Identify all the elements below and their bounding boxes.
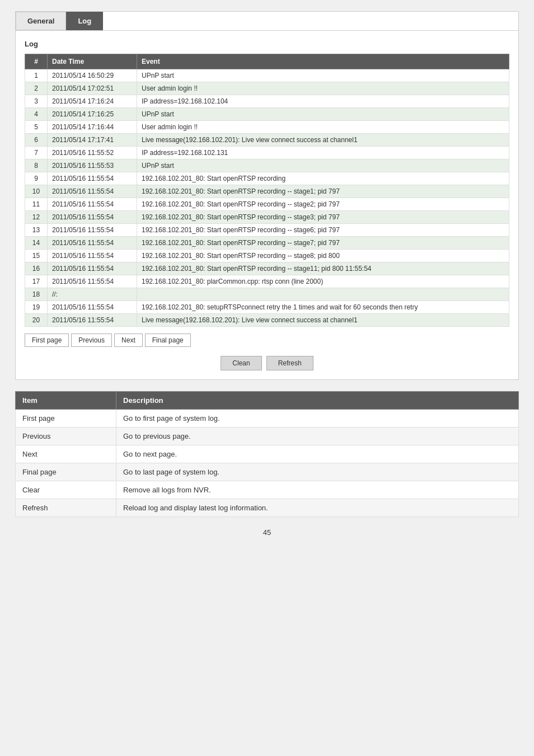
row-id: 1 [25,69,48,82]
first-page-button[interactable]: First page [25,334,69,347]
row-event: 192.168.102.201_80: Start openRTSP recor… [137,250,509,262]
refresh-button[interactable]: Refresh [266,356,313,370]
table-row: 18//: [25,288,509,301]
table-row: 152011/05/16 11:55:54192.168.102.201_80:… [25,250,509,262]
desc-col-item: Item [16,392,116,410]
row-id: 19 [25,301,48,314]
desc-row: NextGo to next page. [16,445,519,463]
row-datetime: //: [48,288,137,301]
table-row: 82011/05/16 11:55:53UPnP start [25,159,509,172]
row-event [137,288,509,301]
row-datetime: 2011/05/14 16:50:29 [48,69,137,82]
row-datetime: 2011/05/16 11:55:53 [48,159,137,172]
desc-item: First page [16,410,116,428]
row-datetime: 2011/05/16 11:55:54 [48,262,137,275]
row-datetime: 2011/05/16 11:55:54 [48,211,137,224]
log-table: # Date Time Event 12011/05/14 16:50:29UP… [25,54,509,327]
desc-description: Go to next page. [116,445,519,463]
row-datetime: 2011/05/16 11:55:54 [48,301,137,314]
row-datetime: 2011/05/16 11:55:54 [48,250,137,262]
row-id: 14 [25,237,48,250]
desc-row: PreviousGo to previous page. [16,428,519,445]
row-event: UPnP start [137,108,509,121]
col-header-hash: # [25,54,48,69]
row-id: 10 [25,185,48,198]
desc-col-description: Description [116,392,519,410]
row-event: UPnP start [137,159,509,172]
table-row: 52011/05/14 17:16:44User admin login !! [25,121,509,134]
desc-row: RefreshReload log and display latest log… [16,499,519,517]
row-datetime: 2011/05/16 11:55:54 [48,172,137,185]
row-datetime: 2011/05/14 17:02:51 [48,82,137,95]
row-datetime: 2011/05/14 17:16:24 [48,95,137,108]
table-row: 162011/05/16 11:55:54192.168.102.201_80:… [25,262,509,275]
row-event: User admin login !! [137,82,509,95]
desc-row: Final pageGo to last page of system log. [16,463,519,481]
main-panel: General Log Log # Date Time Event 12011/… [15,11,519,380]
pagination-bar: First page Previous Next Final page [25,334,509,347]
row-datetime: 2011/05/16 11:55:54 [48,314,137,327]
clean-button[interactable]: Clean [221,356,261,370]
desc-description: Reload log and display latest log inform… [116,499,519,517]
desc-description: Go to first page of system log. [116,410,519,428]
row-datetime: 2011/05/16 11:55:54 [48,224,137,237]
col-header-event: Event [137,54,509,69]
tab-bar: General Log [16,12,518,31]
row-event: 192.168.102.201_80: Start openRTSP recor… [137,198,509,211]
table-row: 12011/05/14 16:50:29UPnP start [25,69,509,82]
row-event: User admin login !! [137,121,509,134]
tab-general[interactable]: General [16,12,66,30]
row-id: 20 [25,314,48,327]
row-id: 2 [25,82,48,95]
description-section: Item Description First pageGo to first p… [15,391,519,517]
row-event: Live message(192.168.102.201): Live view… [137,314,509,327]
row-id: 12 [25,211,48,224]
previous-button[interactable]: Previous [71,334,112,347]
table-row: 142011/05/16 11:55:54192.168.102.201_80:… [25,237,509,250]
table-row: 32011/05/14 17:16:24IP address=192.168.1… [25,95,509,108]
row-id: 18 [25,288,48,301]
next-button[interactable]: Next [114,334,143,347]
content-area: Log # Date Time Event 12011/05/14 16:50:… [16,31,518,379]
row-id: 13 [25,224,48,237]
row-id: 6 [25,134,48,147]
row-event: Live message(192.168.102.201): Live view… [137,134,509,147]
row-id: 4 [25,108,48,121]
row-event: 192.168.102.201_80: Start openRTSP recor… [137,172,509,185]
row-datetime: 2011/05/14 17:16:44 [48,121,137,134]
row-datetime: 2011/05/16 11:55:54 [48,275,137,288]
final-page-button[interactable]: Final page [145,334,191,347]
row-datetime: 2011/05/16 11:55:54 [48,198,137,211]
desc-row: ClearRemove all logs from NVR. [16,481,519,499]
row-datetime: 2011/05/14 17:17:41 [48,134,137,147]
table-row: 102011/05/16 11:55:54192.168.102.201_80:… [25,185,509,198]
description-table: Item Description First pageGo to first p… [15,391,519,517]
desc-description: Go to previous page. [116,428,519,445]
desc-item: Refresh [16,499,116,517]
row-id: 8 [25,159,48,172]
row-id: 11 [25,198,48,211]
page-number: 45 [11,528,523,537]
desc-description: Remove all logs from NVR. [116,481,519,499]
section-title: Log [25,40,509,48]
table-row: 172011/05/16 11:55:54192.168.102.201_80:… [25,275,509,288]
desc-item: Clear [16,481,116,499]
table-row: 122011/05/16 11:55:54192.168.102.201_80:… [25,211,509,224]
table-row: 202011/05/16 11:55:54Live message(192.16… [25,314,509,327]
action-buttons: Clean Refresh [25,356,509,370]
row-event: 192.168.102.201_80: plarCommon.cpp: rtsp… [137,275,509,288]
table-row: 92011/05/16 11:55:54192.168.102.201_80: … [25,172,509,185]
desc-item: Next [16,445,116,463]
row-event: 192.168.102.201_80: Start openRTSP recor… [137,262,509,275]
desc-description: Go to last page of system log. [116,463,519,481]
table-row: 22011/05/14 17:02:51User admin login !! [25,82,509,95]
row-event: 192.168.102.201_80: Start openRTSP recor… [137,185,509,198]
row-id: 17 [25,275,48,288]
table-row: 132011/05/16 11:55:54192.168.102.201_80:… [25,224,509,237]
desc-item: Previous [16,428,116,445]
row-event: IP address=192.168.102.131 [137,147,509,159]
row-event: 192.168.102.201_80: Start openRTSP recor… [137,211,509,224]
col-header-datetime: Date Time [48,54,137,69]
tab-log[interactable]: Log [66,12,103,30]
row-id: 7 [25,147,48,159]
